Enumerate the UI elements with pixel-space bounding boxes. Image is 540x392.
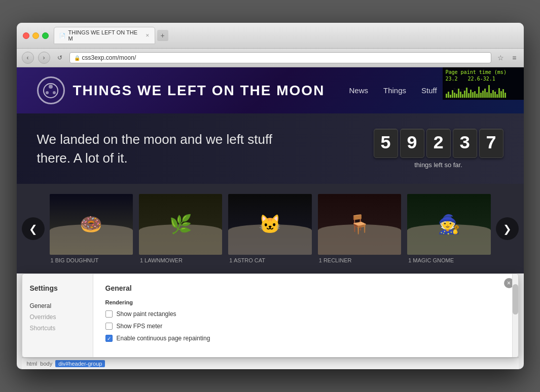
carousel-item-gnome[interactable]: 🧙 1 MAGIC GNOME	[407, 194, 490, 263]
settings-sidebar-title: Settings	[30, 284, 85, 292]
carousel-caption-recliner: 1 RECLINER	[318, 257, 401, 263]
hero-text: We landed on the moon and we left stuff …	[37, 130, 291, 167]
carousel-img-gnome: 🧙	[407, 194, 490, 255]
minimize-button[interactable]	[32, 32, 39, 39]
carousel-caption-doughnut: 1 BIG DOUGHNUT	[50, 257, 133, 263]
settings-option-continuous-repainting: ✓ Enable continuous page repainting	[105, 335, 500, 342]
digit-2: 9	[400, 129, 424, 158]
settings-nav-general[interactable]: General	[30, 300, 85, 311]
settings-nav-overrides[interactable]: Overrides	[30, 311, 85, 323]
browser-tab[interactable]: 📄 THINGS WE LEFT ON THE M ✕	[54, 27, 155, 44]
browser-toolbar: ‹ › ↺ 🔒 css3exp.com/moon/ ☆ ≡	[17, 49, 524, 67]
lawnmower-icon: 🌿	[169, 214, 192, 235]
tab-bar: 📄 THINGS WE LEFT ON THE M ✕ +	[54, 27, 518, 44]
settings-panel: × Settings General Overrides Shortcuts G…	[22, 273, 519, 358]
website-content: Page paint time (ms) 23.2 22.6-32.1	[17, 67, 524, 369]
paint-overlay: Page paint time (ms) 23.2 22.6-32.1	[443, 67, 524, 100]
settings-option-fps: Show FPS meter	[105, 323, 500, 330]
checkbox-continuous-repainting[interactable]: ✓	[105, 335, 113, 342]
settings-nav-shortcuts[interactable]: Shortcuts	[30, 323, 85, 334]
carousel-caption-cat: 1 ASTRO CAT	[228, 257, 311, 263]
svg-point-2	[46, 91, 49, 94]
scrollbar-thumb[interactable]	[513, 284, 518, 315]
paint-values: 23.2 22.6-32.1	[446, 76, 521, 82]
close-button[interactable]	[23, 32, 29, 39]
label-fps: Show FPS meter	[117, 323, 163, 330]
settings-panel-wrapper: × Settings General Overrides Shortcuts G…	[17, 273, 524, 369]
settings-sidebar: Settings General Overrides Shortcuts	[22, 274, 93, 357]
carousel-items: 🍩 1 BIG DOUGHNUT 🌿 1 LAWNMOWER 🐱	[50, 194, 491, 263]
carousel-item-lawnmower[interactable]: 🌿 1 LAWNMOWER	[139, 194, 222, 263]
carousel-item-cat[interactable]: 🐱 1 ASTRO CAT	[228, 194, 311, 263]
tab-close-button[interactable]: ✕	[146, 33, 150, 38]
devtools-tag-html: html	[27, 361, 38, 367]
carousel-img-lawnmower: 🌿	[139, 194, 222, 255]
carousel-prev-button[interactable]: ❮	[22, 217, 45, 240]
paint-value-1: 23.2	[446, 76, 458, 82]
svg-point-1	[49, 85, 53, 89]
digit-1: 5	[374, 129, 398, 158]
paint-value-2: 22.6-32.1	[468, 76, 495, 82]
counter-section: 5 9 2 3 7 things left so far.	[374, 129, 503, 169]
traffic-lights	[23, 32, 49, 39]
devtools-bar: html body div#header-group	[22, 358, 519, 369]
doughnut-icon: 🍩	[80, 214, 102, 235]
browser-titlebar: 📄 THINGS WE LEFT ON THE M ✕ +	[17, 23, 524, 49]
carousel-caption-gnome: 1 MAGIC GNOME	[407, 257, 490, 263]
nav-link-things[interactable]: Things	[383, 86, 406, 95]
carousel-next-button[interactable]: ❯	[496, 217, 519, 240]
browser-menu-button[interactable]: ≡	[510, 53, 518, 63]
paint-title: Page paint time (ms)	[446, 69, 521, 75]
svg-point-3	[53, 91, 56, 94]
counter-label: things left so far.	[414, 161, 462, 169]
tab-title: THINGS WE LEFT ON THE M	[68, 29, 140, 42]
carousel-caption-lawnmower: 1 LAWNMOWER	[139, 257, 222, 263]
carousel-item-recliner[interactable]: 🪑 1 RECLINER	[318, 194, 401, 263]
carousel-img-doughnut: 🍩	[50, 194, 133, 255]
maximize-button[interactable]	[42, 32, 49, 39]
label-paint-rect: Show paint rectangles	[117, 310, 176, 318]
settings-group-title: Rendering	[105, 299, 500, 305]
hero-content: We landed on the moon and we left stuff …	[17, 113, 524, 184]
settings-scrollbar[interactable]	[512, 274, 518, 357]
devtools-selected-element[interactable]: div#header-group	[55, 360, 105, 367]
recliner-icon: 🪑	[348, 214, 371, 235]
new-tab-button[interactable]: +	[157, 30, 168, 41]
refresh-button[interactable]: ↺	[54, 52, 65, 63]
browser-window: 📄 THINGS WE LEFT ON THE M ✕ + ‹ › ↺ 🔒 cs…	[17, 23, 524, 369]
digit-4: 3	[453, 129, 477, 158]
label-continuous-repainting: Enable continuous page repainting	[117, 335, 210, 342]
carousel-img-recliner: 🪑	[318, 194, 401, 255]
settings-option-paint-rect: Show paint rectangles	[105, 310, 500, 318]
site-title: THINGS WE LEFT ON THE MOON	[73, 83, 325, 99]
back-button[interactable]: ‹	[22, 52, 34, 64]
nav-link-stuff[interactable]: Stuff	[421, 86, 437, 95]
carousel-img-cat: 🐱	[228, 194, 311, 255]
carousel-section: ❮ 🍩 1 BIG DOUGHNUT 🌿 1 LAWNMOWER	[17, 184, 524, 273]
digit-5: 7	[479, 129, 503, 158]
settings-content: General Rendering Show paint rectangles …	[93, 274, 512, 357]
checkbox-paint-rect[interactable]	[105, 310, 113, 318]
logo-icon	[37, 76, 65, 104]
bookmark-button[interactable]: ☆	[495, 53, 506, 63]
paint-bar-chart	[446, 83, 521, 98]
site-logo: THINGS WE LEFT ON THE MOON	[37, 76, 325, 104]
devtools-tag-body: body	[40, 361, 52, 367]
forward-button[interactable]: ›	[38, 52, 50, 64]
nav-link-news[interactable]: News	[349, 86, 368, 95]
cat-icon: 🐱	[259, 214, 281, 235]
checkbox-fps[interactable]	[105, 323, 113, 330]
hero-section: We landed on the moon and we left stuff …	[17, 113, 524, 184]
address-bar[interactable]: 🔒 css3exp.com/moon/	[69, 52, 492, 63]
address-icon: 🔒	[74, 55, 80, 61]
digit-3: 2	[426, 129, 451, 158]
url-text: css3exp.com/moon/	[82, 54, 487, 61]
carousel-item-doughnut[interactable]: 🍩 1 BIG DOUGHNUT	[50, 194, 133, 263]
settings-section-title: General	[105, 284, 500, 292]
flip-counter: 5 9 2 3 7	[374, 129, 503, 158]
tab-page-icon: 📄	[59, 33, 65, 38]
gnome-icon: 🧙	[438, 214, 460, 235]
